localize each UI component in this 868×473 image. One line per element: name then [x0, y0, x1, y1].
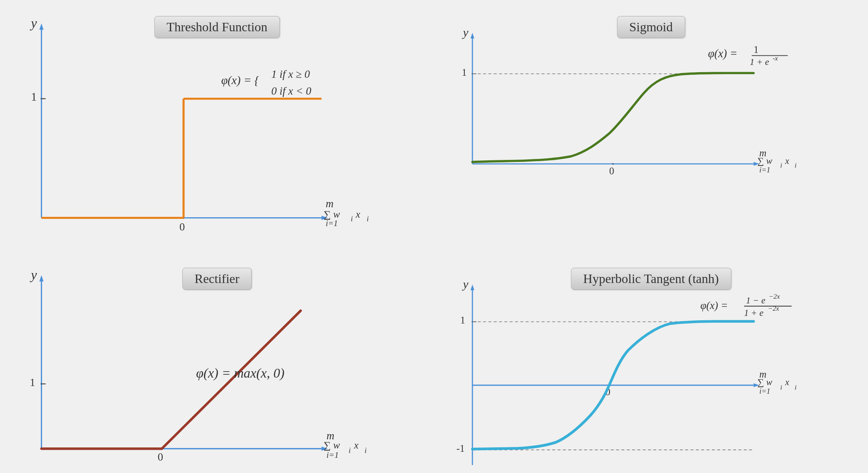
svg-marker-45	[39, 275, 43, 282]
sigmoid-title: Sigmoid	[617, 16, 685, 38]
svg-text:φ(x) = {: φ(x) = {	[221, 74, 259, 87]
svg-text:y: y	[30, 16, 37, 30]
svg-text:1: 1	[30, 376, 35, 388]
svg-text:-x: -x	[773, 55, 778, 62]
svg-text:∑ w: ∑ w	[323, 440, 340, 451]
svg-text:φ(x) =: φ(x) =	[700, 299, 728, 311]
svg-text:−2x: −2x	[768, 305, 779, 312]
svg-text:x: x	[785, 377, 789, 387]
svg-text:0: 0	[180, 221, 185, 233]
svg-text:y: y	[462, 277, 468, 291]
tanh-graph: Hyperbolic Tangent (tanh) y m ∑ w i x i …	[442, 260, 860, 473]
svg-text:i=1: i=1	[759, 387, 771, 395]
svg-text:1: 1	[462, 67, 466, 78]
svg-text:∑ w: ∑ w	[757, 377, 772, 387]
svg-text:y: y	[462, 26, 468, 39]
svg-text:x: x	[785, 156, 789, 166]
sigmoid-quadrant: Sigmoid y m ∑ w i x i i=1 1 0	[434, 0, 868, 252]
svg-text:y: y	[30, 267, 37, 282]
svg-text:i: i	[795, 384, 797, 391]
svg-text:-1: -1	[456, 443, 465, 454]
svg-text:1: 1	[31, 90, 37, 103]
svg-text:1: 1	[460, 315, 465, 325]
svg-text:1: 1	[754, 44, 759, 55]
svg-text:∑ w: ∑ w	[757, 156, 772, 166]
svg-text:i: i	[780, 162, 782, 169]
svg-text:i=1: i=1	[327, 450, 339, 460]
svg-text:1 − e: 1 − e	[746, 295, 765, 305]
svg-text:i: i	[351, 214, 353, 223]
threshold-quadrant: Threshold Function y m ∑ w i x i i=1 1 0	[0, 0, 434, 252]
svg-text:φ(x) = max(x, 0): φ(x) = max(x, 0)	[196, 366, 285, 381]
svg-text:i: i	[349, 446, 351, 455]
svg-text:x: x	[355, 209, 360, 220]
sigmoid-graph: Sigmoid y m ∑ w i x i i=1 1 0	[442, 8, 860, 244]
svg-text:0: 0	[609, 166, 614, 176]
svg-text:0 if x < 0: 0 if x < 0	[271, 85, 311, 97]
svg-text:1 if x ≥ 0: 1 if x ≥ 0	[271, 68, 310, 80]
svg-text:i=1: i=1	[326, 218, 338, 228]
rectifier-graph: Rectifier y m ∑ w i x i i=1 1 0	[8, 260, 426, 473]
svg-text:φ(x) =: φ(x) =	[708, 47, 738, 60]
svg-text:i: i	[367, 214, 369, 223]
svg-marker-64	[470, 285, 474, 290]
svg-text:i=1: i=1	[759, 166, 771, 174]
svg-marker-3	[39, 24, 43, 30]
svg-text:1 + e: 1 + e	[750, 57, 769, 67]
svg-text:1 + e: 1 + e	[744, 308, 763, 318]
threshold-graph: Threshold Function y m ∑ w i x i i=1 1 0	[8, 8, 426, 244]
rectifier-quadrant: Rectifier y m ∑ w i x i i=1 1 0	[0, 252, 434, 473]
svg-text:x: x	[354, 440, 359, 451]
svg-text:i: i	[365, 446, 367, 455]
svg-text:0: 0	[157, 451, 163, 463]
tanh-quadrant: Hyperbolic Tangent (tanh) y m ∑ w i x i …	[434, 252, 868, 473]
svg-text:m: m	[326, 198, 334, 210]
svg-marker-24	[470, 33, 474, 38]
tanh-title: Hyperbolic Tangent (tanh)	[571, 268, 731, 290]
rectifier-title: Rectifier	[182, 268, 252, 290]
svg-text:i: i	[795, 162, 797, 169]
svg-text:−2x: −2x	[769, 293, 780, 300]
threshold-title: Threshold Function	[154, 16, 280, 38]
svg-text:i: i	[780, 384, 782, 391]
